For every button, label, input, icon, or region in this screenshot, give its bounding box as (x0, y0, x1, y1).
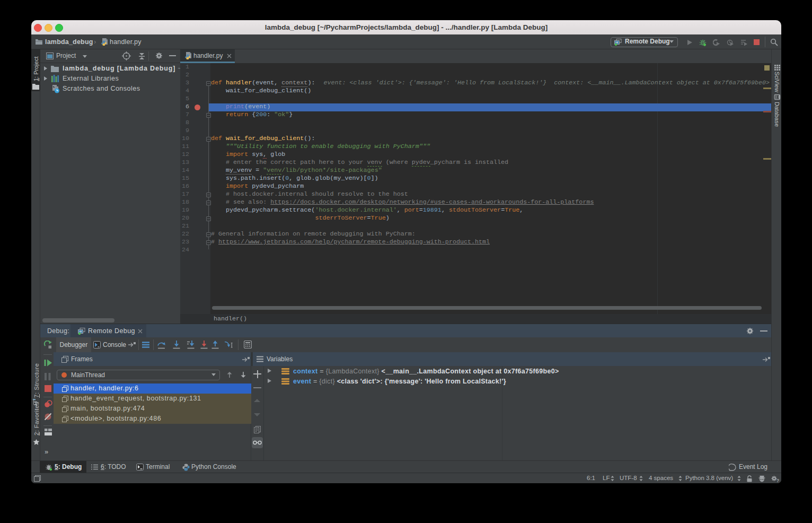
svg-text:?: ? (776, 477, 780, 483)
